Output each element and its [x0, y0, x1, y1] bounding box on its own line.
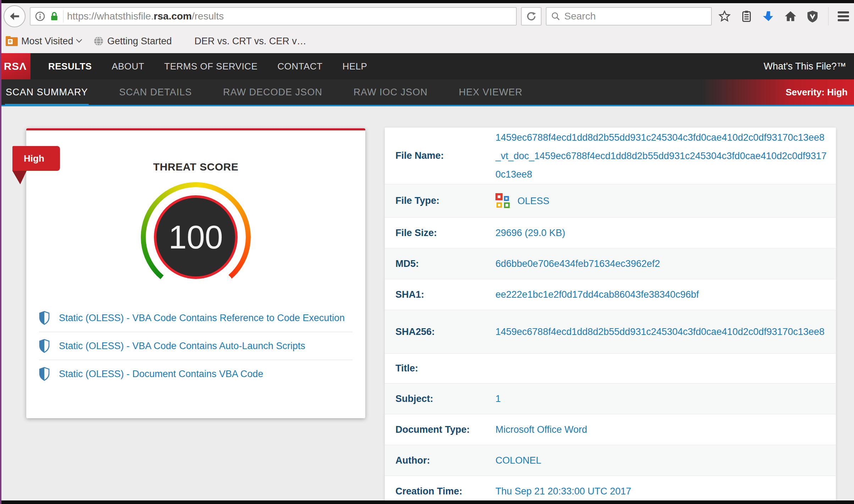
detail-value: 1459ec6788f4ecd1dd8d2b55dd931c245304c3fd… — [495, 128, 827, 184]
finding-row[interactable]: Static (OLESS) - VBA Code Contains Refer… — [39, 304, 353, 332]
severity-badge: High — [12, 146, 60, 171]
findings-list: Static (OLESS) - VBA Code Contains Refer… — [26, 304, 365, 388]
reload-button[interactable] — [521, 7, 542, 26]
folder-icon — [6, 36, 18, 46]
file-details-panel: File Name: 1459ec6788f4ecd1dd8d2b55dd931… — [385, 128, 836, 500]
finding-text: Static (OLESS) - VBA Code Contains Auto-… — [59, 341, 305, 352]
detail-label: Subject: — [395, 393, 495, 404]
detail-value: COLONEL — [495, 451, 827, 470]
detail-row-sha256: SHA256: 1459ec6788f4ecd1dd8d2b55dd931c24… — [385, 310, 836, 354]
chevron-down-icon — [76, 37, 82, 43]
results-tabbar: SCAN SUMMARY SCAN DETAILS RAW DECODE JSO… — [0, 79, 854, 106]
detail-row-title: Title: — [385, 354, 836, 383]
detail-value: ee222e1bc1e2f0d17dd4cab86043fe38340c96bf — [495, 285, 827, 304]
nav-item-contact[interactable]: CONTACT — [277, 61, 322, 72]
tab-raw-ioc-json[interactable]: RAW IOC JSON — [354, 79, 428, 105]
downloads-icon[interactable] — [762, 10, 775, 23]
back-button[interactable] — [4, 5, 26, 27]
detail-value: OLESS — [517, 192, 549, 210]
site-navbar: RSΛ RESULTS ABOUT TERMS OF SERVICE CONTA… — [0, 53, 854, 79]
threat-score-value: 100 — [168, 219, 223, 256]
gauge-score-circle: 100 — [154, 195, 238, 279]
threat-score-card: High THREAT SCORE 100 Static (OLESS) - V… — [26, 128, 365, 418]
https-lock-icon[interactable] — [49, 11, 60, 22]
nav-item-terms[interactable]: TERMS OF SERVICE — [164, 61, 257, 72]
page-content: High THREAT SCORE 100 Static (OLESS) - V… — [0, 106, 854, 504]
ms-office-icon — [495, 193, 512, 209]
finding-text: Static (OLESS) - VBA Code Contains Refer… — [59, 313, 345, 324]
nav-item-about[interactable]: ABOUT — [112, 61, 144, 72]
nav-item-results[interactable]: RESULTS — [48, 61, 92, 72]
detail-value: 1 — [495, 390, 827, 408]
detail-value: Microsoft Office Word — [495, 420, 827, 439]
severity-label: Severity: High — [786, 87, 848, 98]
window-left-edge — [0, 0, 1, 504]
detail-label: SHA256: — [395, 326, 495, 337]
url-bar[interactable]: https://whatsthisfile.rsa.com/results — [30, 7, 517, 26]
detail-row-sha1: SHA1: ee222e1bc1e2f0d17dd4cab86043fe3834… — [385, 279, 836, 310]
browser-window: https://whatsthisfile.rsa.com/results Se… — [0, 0, 854, 504]
tab-hex-viewer[interactable]: HEX VIEWER — [459, 79, 523, 105]
url-prefix: https://whatsthisfile. — [67, 11, 154, 22]
tab-scan-summary[interactable]: SCAN SUMMARY — [6, 79, 88, 105]
tab-scan-details[interactable]: SCAN DETAILS — [119, 79, 192, 105]
threat-score-title: THREAT SCORE — [26, 161, 365, 173]
detail-label: Title: — [395, 363, 495, 374]
detail-value: 6d6bbe0e706e434feb71634ec3962ef2 — [495, 254, 827, 273]
nav-item-help[interactable]: HELP — [342, 61, 367, 72]
shield-icon — [39, 311, 50, 325]
bookmark-der-crt-cer[interactable]: DER vs. CRT vs. CER v… — [194, 36, 306, 47]
shield-icon — [39, 367, 50, 381]
detail-label: Creation Time: — [395, 486, 495, 497]
detail-value: Thu Sep 21 20:33:00 UTC 2017 — [495, 482, 827, 500]
detail-label: Document Type: — [395, 424, 495, 435]
bookmark-label: DER vs. CRT vs. CER v… — [194, 36, 306, 47]
detail-label: Author: — [395, 455, 495, 466]
shield-extension-icon[interactable] — [806, 10, 819, 23]
bookmark-star-icon[interactable] — [718, 10, 731, 23]
reload-icon — [526, 11, 537, 22]
window-top-edge — [0, 0, 854, 3]
globe-icon — [93, 36, 104, 46]
bookmark-label: Most Visited — [21, 36, 73, 47]
finding-row[interactable]: Static (OLESS) - Document Contains VBA C… — [39, 360, 353, 388]
detail-row-file-name: File Name: 1459ec6788f4ecd1dd8d2b55dd931… — [385, 128, 836, 184]
detail-label: File Type: — [395, 195, 495, 206]
url-text[interactable]: https://whatsthisfile.rsa.com/results — [67, 11, 224, 22]
severity-banner: Severity: High — [702, 79, 854, 105]
tab-raw-decode-json[interactable]: RAW DECODE JSON — [223, 79, 322, 105]
search-placeholder: Search — [564, 11, 596, 22]
detail-label: MD5: — [395, 258, 495, 269]
detail-label: File Name: — [395, 150, 495, 161]
detail-label: File Size: — [395, 228, 495, 239]
url-path: /results — [192, 11, 224, 22]
detail-value: 1459ec6788f4ecd1dd8d2b55dd931c245304c3fd… — [495, 323, 827, 341]
rsa-logo[interactable]: RSΛ — [0, 53, 30, 79]
search-box[interactable]: Search — [546, 7, 712, 26]
window-bottom-edge — [0, 500, 854, 504]
bookmark-label: Getting Started — [107, 36, 172, 47]
severity-badge-fold — [12, 171, 27, 184]
browser-toolbar: https://whatsthisfile.rsa.com/results Se… — [0, 3, 854, 29]
home-icon[interactable] — [784, 10, 797, 23]
detail-row-subject: Subject: 1 — [385, 383, 836, 414]
site-info-icon[interactable] — [35, 11, 45, 22]
detail-row-file-type: File Type: OLESS — [385, 184, 836, 218]
bookmark-most-visited[interactable]: Most Visited — [6, 36, 81, 47]
shield-icon — [39, 339, 50, 353]
nav-items: RESULTS ABOUT TERMS OF SERVICE CONTACT H… — [48, 61, 367, 72]
detail-row-document-type: Document Type: Microsoft Office Word — [385, 414, 836, 445]
url-divider — [63, 10, 63, 22]
bookmarks-bar: Most Visited Getting Started DER vs. CRT… — [0, 29, 854, 53]
detail-row-creation-time: Creation Time: Thu Sep 21 20:33:00 UTC 2… — [385, 476, 836, 500]
bookmark-getting-started[interactable]: Getting Started — [93, 36, 172, 47]
toolbar-separator — [828, 7, 828, 26]
menu-icon[interactable] — [838, 11, 849, 21]
toolbar-icons — [716, 7, 849, 26]
finding-row[interactable]: Static (OLESS) - VBA Code Contains Auto-… — [39, 332, 353, 360]
back-arrow-icon — [9, 10, 21, 22]
url-domain: rsa.com — [154, 11, 192, 22]
search-icon — [551, 11, 561, 21]
threat-score-gauge: 100 — [141, 182, 251, 292]
reading-list-icon[interactable] — [740, 10, 753, 23]
